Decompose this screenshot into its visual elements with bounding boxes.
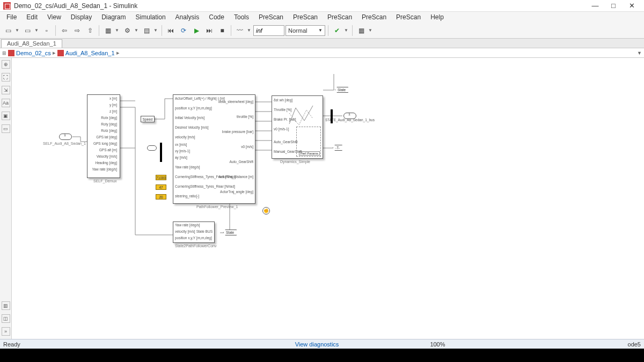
mux-block[interactable] xyxy=(160,143,162,162)
inport-small[interactable] xyxy=(147,145,157,151)
fit-view-button[interactable]: ⛶ xyxy=(2,73,10,82)
const-a[interactable]: 71000 xyxy=(156,175,166,180)
menu-tools[interactable]: Tools xyxy=(230,12,253,22)
demux-sig-4: Roty [deg] xyxy=(87,122,117,126)
menu-simulation[interactable]: Simulation xyxy=(131,12,170,22)
annotation-button[interactable]: Aa xyxy=(2,99,10,107)
stop-time-input[interactable] xyxy=(253,25,284,36)
inport-label: SELF_Audi_A8_Sedan_1 xyxy=(43,142,86,145)
pf-out-6: ActorTraj_angle [deg] xyxy=(200,190,253,194)
open-dropdown-icon[interactable]: ▼ xyxy=(34,28,40,33)
breadcrumb-root[interactable]: Demo_02_cs xyxy=(16,50,51,56)
model-explorer-button[interactable] xyxy=(141,25,152,36)
menu-prescan-1[interactable]: PreScan xyxy=(254,12,288,22)
image-button[interactable]: ▣ xyxy=(2,112,10,120)
expand-button[interactable]: » xyxy=(2,327,10,336)
menu-help[interactable]: Help xyxy=(426,12,448,22)
from-state[interactable]: State xyxy=(223,230,237,235)
model-config-button[interactable] xyxy=(121,25,133,36)
update-dropdown-icon[interactable]: ▼ xyxy=(344,28,349,33)
new-model-button[interactable] xyxy=(2,25,14,36)
fast-restart-button[interactable]: ⟳ xyxy=(178,25,189,36)
menu-analysis[interactable]: Analysis xyxy=(171,12,204,22)
s2pf-2: position x,y,Y [m,m,deg] xyxy=(175,236,212,240)
bus-selector-block[interactable] xyxy=(331,109,333,123)
tab-audi-a8[interactable]: Audi_A8_Sedan_1 xyxy=(1,39,62,48)
const-b[interactable]: 47 xyxy=(156,184,166,190)
close-button[interactable]: ✕ xyxy=(623,2,641,10)
zoom-in-button[interactable]: ⇲ xyxy=(2,86,10,94)
cfg-dropdown-icon[interactable]: ▼ xyxy=(134,28,140,33)
demux-sig-1: y [m] xyxy=(87,103,117,107)
subsystem-icon xyxy=(57,50,64,56)
dyn-in-0: δst wh [deg] xyxy=(274,98,292,102)
build-dropdown-icon[interactable]: ▼ xyxy=(368,28,374,33)
view-diagnostics-link[interactable]: View diagnostics xyxy=(295,341,339,348)
simulation-mode-select[interactable]: Normal▼ xyxy=(286,25,325,36)
bird-eye-button[interactable]: ◫ xyxy=(2,314,10,323)
demux-label: SELF_Demux xyxy=(93,179,117,183)
breadcrumb-leaf[interactable]: Audi_A8_Sedan_1 xyxy=(65,50,115,56)
pf-in-6: vy [m/s-1] xyxy=(175,149,190,153)
minimize-button[interactable]: — xyxy=(586,2,604,10)
pf-out-1: throttle [%] xyxy=(200,115,253,119)
update-diagram-button[interactable] xyxy=(331,25,343,36)
goto-t[interactable]: -T- xyxy=(333,145,342,151)
record-dropdown-icon[interactable]: ▼ xyxy=(247,28,252,33)
pf-in-7: ay [m/s] xyxy=(175,156,187,159)
back-button[interactable] xyxy=(58,25,70,36)
lib-dropdown-icon[interactable]: ▼ xyxy=(115,28,120,33)
explorer-menu-icon[interactable]: ▼ xyxy=(637,50,642,56)
const-c[interactable]: 20 xyxy=(156,194,166,200)
outport-block[interactable]: 1 xyxy=(343,113,356,119)
menu-prescan-4[interactable]: PreScan xyxy=(357,12,391,22)
step-back-button[interactable] xyxy=(165,25,177,36)
exp-dropdown-icon[interactable]: ▼ xyxy=(153,28,159,33)
up-button[interactable] xyxy=(84,25,96,36)
explorer-toggle-icon[interactable]: ⊞ xyxy=(2,50,6,56)
stop-button[interactable] xyxy=(216,25,228,36)
simulation-mode-label: Normal xyxy=(288,27,307,34)
library-browser-button[interactable] xyxy=(102,25,114,36)
pathfollower-label: PathFollower_Preview_1 xyxy=(196,205,238,209)
outport-number: 1 xyxy=(348,112,350,116)
area-button[interactable]: ▭ xyxy=(2,124,10,133)
build-button[interactable] xyxy=(355,25,367,36)
maximize-button[interactable]: □ xyxy=(604,2,623,10)
open-button[interactable] xyxy=(21,25,33,36)
model-canvas[interactable]: 1 SELF_Audi_A8_Sedan_1 SELF_Demux x [m] … xyxy=(12,58,644,339)
speed-block[interactable]: Speed xyxy=(141,116,155,122)
status-ready: Ready xyxy=(3,341,20,348)
save-button[interactable] xyxy=(41,25,53,36)
step-forward-button[interactable] xyxy=(203,25,215,36)
breadcrumb-sep-icon: ▸ xyxy=(53,49,56,56)
perf-params-label: Perf Params xyxy=(299,151,320,156)
s2pf-0: Yaw rate [deg/s] xyxy=(175,223,200,227)
dynamics-label: Dynamics_Simple xyxy=(280,160,310,164)
menu-diagram[interactable]: Diagram xyxy=(97,12,130,22)
menu-prescan-5[interactable]: PreScan xyxy=(392,12,425,22)
new-dropdown-icon[interactable]: ▼ xyxy=(15,28,20,33)
zoom-level[interactable]: 100% xyxy=(430,341,445,348)
menu-code[interactable]: Code xyxy=(204,12,229,22)
menu-edit[interactable]: Edit xyxy=(22,12,42,22)
solver-label: ode5 xyxy=(628,341,641,348)
menu-bar: File Edit View Display Diagram Simulatio… xyxy=(0,12,644,23)
pf-out-5: ActorTraj_distance [m] xyxy=(200,175,253,179)
goto-state-top[interactable]: State xyxy=(335,87,348,93)
record-button[interactable] xyxy=(234,25,246,36)
inport-block[interactable]: 1 xyxy=(59,134,72,140)
forward-button[interactable] xyxy=(71,25,83,36)
dyn-in-3: v0 [m/s-1] xyxy=(274,127,289,131)
menu-display[interactable]: Display xyxy=(67,12,96,22)
menu-prescan-3[interactable]: PreScan xyxy=(323,12,356,22)
left-palette: ⊕ ⛶ ⇲ Aa ▣ ▭ ▥ ◫ » xyxy=(0,58,12,339)
menu-view[interactable]: View xyxy=(43,12,65,22)
menu-prescan-2[interactable]: PreScan xyxy=(289,12,322,22)
viewmark-button[interactable]: ▥ xyxy=(2,301,10,310)
hide-palette-button[interactable]: ⊕ xyxy=(2,60,10,69)
demux-sig-2: z [m] xyxy=(87,109,117,113)
menu-file[interactable]: File xyxy=(2,12,21,22)
run-button[interactable] xyxy=(191,25,202,36)
pf-in-3: Desired Velocity [m/s] xyxy=(175,125,209,129)
